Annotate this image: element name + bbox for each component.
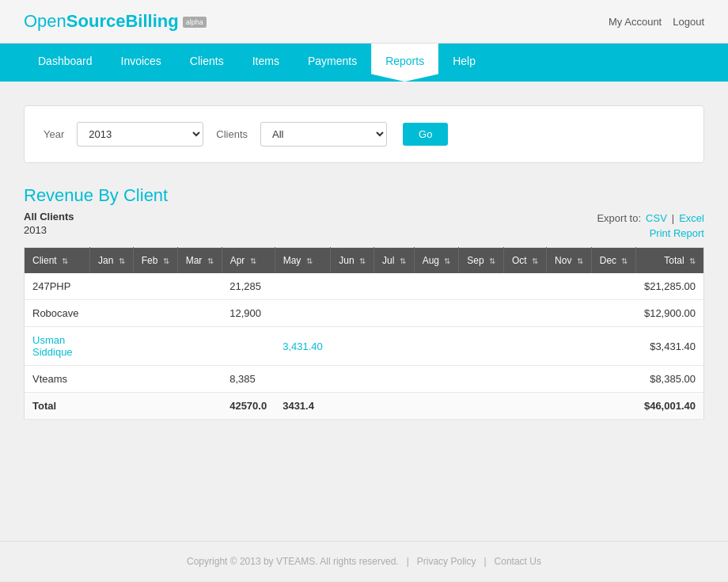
- top-bar: OpenSourceBillingalpha My Account Logout: [0, 0, 728, 44]
- totals-cell-aug: [414, 393, 459, 420]
- totals-cell-total: $46,001.40: [636, 393, 704, 420]
- nav-clients[interactable]: Clients: [176, 44, 238, 82]
- cell-total: $21,285.00: [636, 273, 704, 300]
- table-row: Usman Siddique3,431.40$3,431.40: [25, 327, 704, 366]
- contact-us-link[interactable]: Contact Us: [495, 556, 541, 567]
- cell-mar: [177, 327, 222, 366]
- cell-oct: [504, 327, 547, 366]
- cell-client: Robocave: [25, 300, 90, 327]
- nav-invoices[interactable]: Invoices: [107, 44, 176, 82]
- table-row: 247PHP21,285$21,285.00: [25, 273, 704, 300]
- col-feb[interactable]: Feb ⇅: [133, 248, 177, 274]
- totals-cell-jul: [373, 393, 414, 420]
- cell-apr: 8,385: [222, 366, 275, 393]
- go-button[interactable]: Go: [403, 123, 448, 146]
- col-sep[interactable]: Sep ⇅: [459, 248, 504, 274]
- cell-dec: [591, 300, 636, 327]
- excel-link[interactable]: Excel: [679, 212, 704, 224]
- nav-dashboard[interactable]: Dashboard: [24, 44, 107, 82]
- logo-open: Open: [24, 11, 66, 31]
- cell-jun: [331, 327, 374, 366]
- col-dec[interactable]: Dec ⇅: [591, 248, 636, 274]
- col-apr[interactable]: Apr ⇅: [222, 248, 275, 274]
- col-client[interactable]: Client ⇅: [25, 248, 90, 274]
- cell-jan: [89, 273, 133, 300]
- col-nov[interactable]: Nov ⇅: [547, 248, 592, 274]
- logo: OpenSourceBillingalpha: [24, 11, 207, 32]
- main-nav: Dashboard Invoices Clients Items Payment…: [0, 44, 728, 82]
- col-aug[interactable]: Aug ⇅: [414, 248, 459, 274]
- cell-nov: [547, 366, 592, 393]
- cell-apr: 12,900: [222, 300, 275, 327]
- cell-jun: [331, 273, 374, 300]
- cell-oct: [504, 273, 547, 300]
- cell-feb: [133, 366, 177, 393]
- filter-box: Year 2013 2012 2014 Clients All Go: [24, 105, 704, 163]
- report-title: Revenue By Client: [24, 185, 704, 206]
- col-jan[interactable]: Jan ⇅: [89, 248, 133, 274]
- col-oct[interactable]: Oct ⇅: [504, 248, 547, 274]
- cell-aug: [414, 327, 459, 366]
- cell-apr: 21,285: [222, 273, 275, 300]
- cell-jan: [89, 300, 133, 327]
- logo-source: Source: [66, 11, 126, 31]
- footer: Copyright © 2013 by VTEAMS. All rights r…: [0, 541, 728, 581]
- col-total[interactable]: Total ⇅: [636, 248, 704, 274]
- csv-link[interactable]: CSV: [646, 212, 667, 224]
- col-may[interactable]: May ⇅: [275, 248, 331, 274]
- cell-may: [275, 273, 331, 300]
- nav-reports[interactable]: Reports: [371, 44, 438, 82]
- cell-mar: [177, 273, 222, 300]
- cell-dec: [591, 273, 636, 300]
- totals-cell-dec: [591, 393, 636, 420]
- nav-payments[interactable]: Payments: [294, 44, 371, 82]
- client-select[interactable]: All: [260, 122, 387, 146]
- cell-jan: [89, 366, 133, 393]
- cell-jan: [89, 327, 133, 366]
- report-table: Client ⇅ Jan ⇅ Feb ⇅ Mar ⇅ Apr ⇅ May ⇅ J…: [24, 247, 704, 420]
- totals-cell-oct: [504, 393, 547, 420]
- cell-apr: [222, 327, 275, 366]
- nav-help[interactable]: Help: [438, 44, 490, 82]
- cell-feb: [133, 327, 177, 366]
- nav-items[interactable]: Items: [238, 44, 294, 82]
- cell-sep: [459, 300, 504, 327]
- top-links: My Account Logout: [609, 16, 704, 28]
- logo-alpha: alpha: [183, 17, 207, 28]
- col-mar[interactable]: Mar ⇅: [177, 248, 222, 274]
- cell-nov: [547, 273, 592, 300]
- cell-total: $8,385.00: [636, 366, 704, 393]
- year-select[interactable]: 2013 2012 2014: [77, 122, 203, 146]
- totals-row: Total42570.03431.4$46,001.40: [25, 393, 704, 420]
- cell-client[interactable]: Usman Siddique: [25, 327, 90, 366]
- totals-cell-jun: [331, 393, 374, 420]
- table-row: Robocave12,900$12,900.00: [25, 300, 704, 327]
- totals-cell-sep: [459, 393, 504, 420]
- print-report-link[interactable]: Print Report: [650, 227, 704, 239]
- logout-link[interactable]: Logout: [673, 16, 704, 28]
- cell-client: Vteams: [25, 366, 90, 393]
- cell-mar: [177, 366, 222, 393]
- cell-may: [275, 366, 331, 393]
- cell-client: 247PHP: [25, 273, 90, 300]
- cell-total: $12,900.00: [636, 300, 704, 327]
- table-row: Vteams8,385$8,385.00: [25, 366, 704, 393]
- divider: |: [672, 212, 674, 224]
- report-actions: Export to: CSV | Excel: [24, 212, 704, 224]
- col-jun[interactable]: Jun ⇅: [331, 248, 374, 274]
- my-account-link[interactable]: My Account: [609, 16, 662, 28]
- cell-jul: [373, 327, 414, 366]
- cell-oct: [504, 366, 547, 393]
- cell-jul: [373, 366, 414, 393]
- cell-sep: [459, 366, 504, 393]
- cell-jun: [331, 300, 374, 327]
- footer-copyright: Copyright © 2013 by VTEAMS. All rights r…: [187, 556, 399, 567]
- col-jul[interactable]: Jul ⇅: [373, 248, 414, 274]
- export-label: Export to:: [597, 212, 641, 224]
- logo-billing: Billing: [125, 11, 178, 31]
- privacy-policy-link[interactable]: Privacy Policy: [417, 556, 476, 567]
- cell-may: 3,431.40: [275, 327, 331, 366]
- cell-nov: [547, 327, 592, 366]
- totals-cell-client: Total: [25, 393, 90, 420]
- cell-jul: [373, 273, 414, 300]
